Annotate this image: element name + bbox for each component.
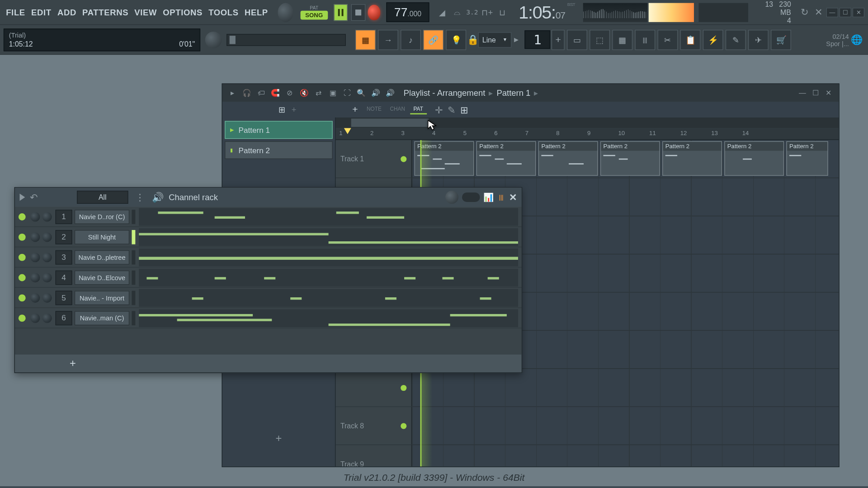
- playlist-plus-icon[interactable]: +: [292, 105, 297, 114]
- channel-pan-knob[interactable]: [30, 313, 40, 323]
- playlist-none-icon[interactable]: ⊘: [284, 88, 295, 99]
- toolbar-btn-2[interactable]: ⬚: [590, 29, 610, 50]
- song-position-display[interactable]: 1:05:07B:S:T: [519, 2, 575, 23]
- clip[interactable]: Pattern 2: [600, 141, 660, 176]
- toolbar-btn-1[interactable]: ▭: [567, 29, 587, 50]
- channel-rack-speaker-icon[interactable]: 🔊: [152, 192, 164, 203]
- tool-crosshair-icon[interactable]: ✛: [435, 104, 443, 115]
- pause-button[interactable]: [334, 4, 348, 21]
- channel-rack-menu-icon[interactable]: ⋮: [135, 192, 145, 203]
- playlist-close-button[interactable]: ✕: [823, 88, 834, 98]
- channel-mute-led[interactable]: [19, 233, 26, 240]
- menu-patterns[interactable]: PATTERNS: [80, 5, 131, 19]
- channel-pan-knob[interactable]: [30, 272, 40, 282]
- countdown-icon[interactable]: ⌓: [450, 4, 464, 21]
- channel-rack-titlebar[interactable]: ↶ All ⋮ 🔊 Channel rack 📊 ⫼ ✕: [15, 188, 522, 206]
- playlist-overview-scrollbar[interactable]: [335, 117, 839, 128]
- view-playlist-button[interactable]: ▦: [355, 29, 376, 50]
- playlist-maximize-button[interactable]: ☐: [810, 88, 821, 98]
- view-piano-roll-button[interactable]: →: [378, 29, 398, 50]
- graph-view-icon[interactable]: 📊: [483, 192, 493, 202]
- view-channel-rack-button[interactable]: ♪: [401, 29, 421, 50]
- toolbar-btn-9[interactable]: ✈: [748, 29, 769, 50]
- channel-add-button[interactable]: +: [15, 355, 131, 373]
- channel-name-button[interactable]: Navie D..ror (C): [75, 210, 129, 224]
- undo-history-icon[interactable]: ↻: [798, 5, 811, 20]
- step-edit-icon[interactable]: ⊔: [495, 4, 509, 21]
- channel-name-button[interactable]: Still Night: [75, 230, 129, 244]
- master-pitch-slider[interactable]: [226, 34, 346, 46]
- channel-vol-knob[interactable]: [42, 313, 52, 323]
- channel-steps[interactable]: [139, 289, 518, 307]
- playlist-zoom-icon[interactable]: 🔍: [356, 88, 367, 99]
- channel-vol-knob[interactable]: [42, 212, 52, 221]
- menu-edit[interactable]: EDIT: [29, 5, 54, 19]
- channel-number[interactable]: 1: [56, 210, 72, 224]
- pattern-add-button[interactable]: +: [552, 29, 565, 50]
- swing-knob[interactable]: [445, 191, 458, 204]
- toolbar-btn-8[interactable]: ✎: [726, 29, 746, 50]
- toolbar-btn-5[interactable]: ✂: [658, 29, 678, 50]
- playhead-marker-icon[interactable]: [344, 128, 351, 134]
- toolbar-btn-6[interactable]: 📋: [680, 29, 701, 50]
- pattern-item[interactable]: ▶Pattern 1: [225, 121, 333, 139]
- master-pitch-knob[interactable]: [205, 31, 222, 48]
- view-mixer-button[interactable]: 🔗: [423, 29, 443, 50]
- track-lane[interactable]: [412, 407, 839, 445]
- channel-number[interactable]: 2: [56, 230, 72, 244]
- mode-tab-chan[interactable]: CHAN: [387, 105, 409, 114]
- view-browser-button[interactable]: 💡: [446, 29, 466, 50]
- channel-mute-led[interactable]: [19, 213, 26, 220]
- track-lane[interactable]: Pattern 2 Pattern 2 Pattern 2 Pattern 2 …: [412, 140, 839, 178]
- playlist-titlebar[interactable]: ▸ 🎧 🏷 🧲 ⊘ 🔇 ⇄ ▣ ⛶ 🔍 🔊 🔊 Playlist - Arran…: [222, 84, 839, 102]
- channel-filter-selector[interactable]: All: [77, 191, 128, 204]
- playlist-swap-icon[interactable]: ⇄: [313, 88, 324, 99]
- channel-steps[interactable]: [139, 248, 518, 266]
- channel-number[interactable]: 6: [56, 311, 72, 325]
- channel-rack-play-icon[interactable]: [20, 194, 25, 201]
- pattern-add-button[interactable]: +: [225, 430, 333, 448]
- track-active-dot-icon[interactable]: [401, 385, 406, 390]
- channel-pan-knob[interactable]: [30, 293, 40, 302]
- clip[interactable]: Pattern 2: [476, 141, 536, 176]
- playlist-headphone-icon[interactable]: 🎧: [241, 88, 252, 99]
- track-lane[interactable]: [412, 369, 839, 406]
- channel-rack-toggle[interactable]: [462, 192, 480, 202]
- channel-number[interactable]: 3: [56, 250, 72, 264]
- playlist-magnet-icon[interactable]: 🧲: [270, 88, 281, 99]
- channel-pan-knob[interactable]: [30, 232, 40, 242]
- close-button[interactable]: ✕: [853, 7, 864, 17]
- track-header[interactable]: Track 9: [335, 445, 412, 466]
- overdub-icon[interactable]: 3.2: [465, 4, 479, 21]
- track-header[interactable]: Track 1: [335, 140, 412, 178]
- channel-vol-knob[interactable]: [42, 293, 52, 302]
- playlist-minimize-button[interactable]: —: [797, 88, 808, 98]
- minimize-button[interactable]: —: [826, 7, 838, 17]
- channel-pan-knob[interactable]: [30, 252, 40, 262]
- playlist-grid-icon[interactable]: ⊞: [278, 105, 286, 114]
- channel-name-button[interactable]: Navie D..Elcove: [75, 270, 129, 285]
- channel-mute-led[interactable]: [19, 253, 26, 261]
- channel-number[interactable]: 5: [56, 291, 72, 305]
- stop-button[interactable]: [351, 4, 365, 21]
- mode-tab-pat[interactable]: PAT: [410, 105, 427, 114]
- playlist-expand-icon[interactable]: ⛶: [342, 88, 353, 99]
- playlist-tag-icon[interactable]: 🏷: [256, 88, 267, 99]
- loop-rec-icon[interactable]: ⊓+: [480, 4, 494, 21]
- channel-vol-knob[interactable]: [42, 232, 52, 242]
- channel-pan-knob[interactable]: [30, 212, 40, 221]
- clip[interactable]: Pattern 2: [538, 141, 598, 176]
- clip[interactable]: Pattern 2: [786, 141, 828, 176]
- channel-mute-led[interactable]: [19, 294, 26, 301]
- menu-help[interactable]: HELP: [242, 5, 270, 19]
- channel-mute-led[interactable]: [19, 314, 26, 322]
- menu-tools[interactable]: TOOLS: [206, 5, 241, 19]
- main-volume-knob[interactable]: [278, 3, 293, 22]
- pattern-number-display[interactable]: 1: [524, 30, 550, 49]
- playlist-play-icon[interactable]: ▸: [227, 88, 238, 99]
- snap-selector[interactable]: Line▼: [478, 32, 512, 47]
- channel-steps[interactable]: [139, 228, 518, 246]
- channel-name-button[interactable]: Navie D..pletree: [75, 250, 129, 264]
- mode-tab-note[interactable]: NOTE: [363, 105, 385, 114]
- menu-file[interactable]: FILE: [4, 5, 28, 19]
